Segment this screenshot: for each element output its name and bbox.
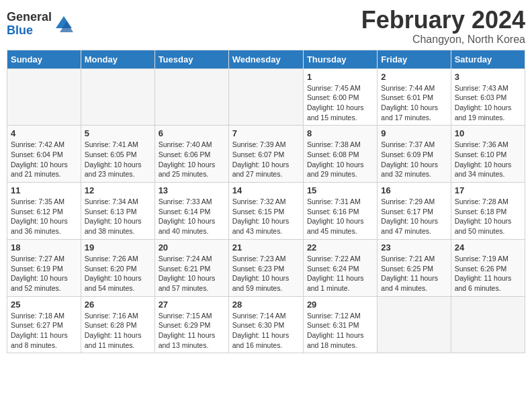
logo-general: General [7, 11, 52, 24]
day-info: Sunrise: 7:15 AM Sunset: 6:29 PM Dayligh… [159, 311, 225, 351]
day-number: 21 [232, 242, 300, 253]
calendar-cell: 29Sunrise: 7:12 AM Sunset: 6:31 PM Dayli… [303, 296, 377, 353]
weekday-header-saturday: Saturday [451, 50, 525, 68]
day-info: Sunrise: 7:29 AM Sunset: 6:17 PM Dayligh… [381, 197, 447, 236]
calendar-cell: 14Sunrise: 7:32 AM Sunset: 6:15 PM Dayli… [228, 183, 303, 240]
day-number: 26 [85, 300, 151, 310]
weekday-header-wednesday: Wednesday [228, 50, 303, 68]
week-row-1: 1Sunrise: 7:45 AM Sunset: 6:00 PM Daylig… [7, 68, 525, 126]
day-info: Sunrise: 7:41 AM Sunset: 6:05 PM Dayligh… [85, 140, 151, 179]
day-info: Sunrise: 7:14 AM Sunset: 6:30 PM Dayligh… [232, 311, 300, 351]
calendar-cell: 5Sunrise: 7:41 AM Sunset: 6:05 PM Daylig… [81, 126, 154, 183]
calendar-cell: 25Sunrise: 7:18 AM Sunset: 6:27 PM Dayli… [7, 296, 81, 353]
day-number: 1 [307, 72, 373, 82]
day-info: Sunrise: 7:36 AM Sunset: 6:10 PM Dayligh… [455, 140, 521, 179]
calendar-cell: 15Sunrise: 7:31 AM Sunset: 6:16 PM Dayli… [303, 183, 377, 240]
day-number: 17 [455, 185, 521, 195]
day-info: Sunrise: 7:22 AM Sunset: 6:24 PM Dayligh… [307, 254, 373, 293]
logo-blue: Blue [7, 24, 52, 38]
weekday-header-tuesday: Tuesday [154, 50, 228, 68]
day-info: Sunrise: 7:23 AM Sunset: 6:23 PM Dayligh… [232, 254, 300, 293]
day-number: 4 [11, 128, 77, 138]
day-number: 20 [159, 242, 225, 253]
calendar-cell: 6Sunrise: 7:40 AM Sunset: 6:06 PM Daylig… [154, 126, 228, 183]
header: General Blue February 2024 Changyon, Nor… [7, 7, 525, 46]
day-number: 8 [307, 128, 373, 138]
calendar-cell: 28Sunrise: 7:14 AM Sunset: 6:30 PM Dayli… [228, 296, 303, 353]
calendar-cell: 8Sunrise: 7:38 AM Sunset: 6:08 PM Daylig… [303, 126, 377, 183]
calendar-cell [451, 296, 525, 353]
day-number: 9 [381, 128, 447, 138]
calendar-cell: 22Sunrise: 7:22 AM Sunset: 6:24 PM Dayli… [303, 239, 377, 296]
weekday-header-friday: Friday [378, 50, 451, 68]
month-title: February 2024 [361, 7, 525, 34]
calendar-cell [154, 68, 228, 126]
calendar-cell: 17Sunrise: 7:28 AM Sunset: 6:18 PM Dayli… [451, 183, 525, 240]
day-number: 25 [11, 300, 77, 310]
weekday-header-thursday: Thursday [303, 50, 377, 68]
day-number: 6 [159, 128, 225, 138]
day-info: Sunrise: 7:43 AM Sunset: 6:03 PM Dayligh… [455, 83, 521, 123]
calendar-cell: 20Sunrise: 7:24 AM Sunset: 6:21 PM Dayli… [154, 239, 228, 296]
day-info: Sunrise: 7:24 AM Sunset: 6:21 PM Dayligh… [159, 254, 225, 293]
day-info: Sunrise: 7:38 AM Sunset: 6:08 PM Dayligh… [307, 140, 373, 179]
day-number: 15 [307, 185, 373, 195]
calendar-cell [7, 68, 81, 126]
day-info: Sunrise: 7:35 AM Sunset: 6:12 PM Dayligh… [11, 197, 77, 236]
day-info: Sunrise: 7:26 AM Sunset: 6:20 PM Dayligh… [85, 254, 151, 293]
day-info: Sunrise: 7:27 AM Sunset: 6:19 PM Dayligh… [11, 254, 77, 293]
calendar-table: SundayMondayTuesdayWednesdayThursdayFrid… [7, 50, 525, 354]
title-area: February 2024 Changyon, North Korea [361, 7, 525, 46]
calendar-cell [81, 68, 154, 126]
calendar-cell: 12Sunrise: 7:34 AM Sunset: 6:13 PM Dayli… [81, 183, 154, 240]
calendar-cell: 11Sunrise: 7:35 AM Sunset: 6:12 PM Dayli… [7, 183, 81, 240]
day-info: Sunrise: 7:12 AM Sunset: 6:31 PM Dayligh… [307, 311, 373, 351]
calendar-cell: 21Sunrise: 7:23 AM Sunset: 6:23 PM Dayli… [228, 239, 303, 296]
day-number: 14 [232, 185, 300, 195]
calendar-cell: 26Sunrise: 7:16 AM Sunset: 6:28 PM Dayli… [81, 296, 154, 353]
week-row-5: 25Sunrise: 7:18 AM Sunset: 6:27 PM Dayli… [7, 296, 525, 353]
calendar-cell: 10Sunrise: 7:36 AM Sunset: 6:10 PM Dayli… [451, 126, 525, 183]
day-number: 3 [455, 72, 521, 82]
day-info: Sunrise: 7:32 AM Sunset: 6:15 PM Dayligh… [232, 197, 300, 236]
day-number: 13 [159, 185, 225, 195]
day-info: Sunrise: 7:45 AM Sunset: 6:00 PM Dayligh… [307, 83, 373, 123]
day-info: Sunrise: 7:40 AM Sunset: 6:06 PM Dayligh… [159, 140, 225, 179]
day-number: 16 [381, 185, 447, 195]
day-number: 12 [85, 185, 151, 195]
day-info: Sunrise: 7:31 AM Sunset: 6:16 PM Dayligh… [307, 197, 373, 236]
weekday-header-row: SundayMondayTuesdayWednesdayThursdayFrid… [7, 50, 525, 68]
day-info: Sunrise: 7:21 AM Sunset: 6:25 PM Dayligh… [381, 254, 447, 293]
day-number: 2 [381, 72, 447, 82]
day-number: 7 [232, 128, 300, 138]
calendar-cell: 24Sunrise: 7:19 AM Sunset: 6:26 PM Dayli… [451, 239, 525, 296]
day-number: 29 [307, 300, 373, 310]
logo: General Blue [7, 7, 73, 42]
calendar-cell: 16Sunrise: 7:29 AM Sunset: 6:17 PM Dayli… [378, 183, 451, 240]
calendar-cell: 23Sunrise: 7:21 AM Sunset: 6:25 PM Dayli… [378, 239, 451, 296]
day-info: Sunrise: 7:18 AM Sunset: 6:27 PM Dayligh… [11, 311, 77, 351]
calendar-cell: 3Sunrise: 7:43 AM Sunset: 6:03 PM Daylig… [451, 68, 525, 126]
day-info: Sunrise: 7:33 AM Sunset: 6:14 PM Dayligh… [159, 197, 225, 236]
calendar-cell [228, 68, 303, 126]
day-number: 27 [159, 300, 225, 310]
calendar-cell: 9Sunrise: 7:37 AM Sunset: 6:09 PM Daylig… [378, 126, 451, 183]
day-info: Sunrise: 7:34 AM Sunset: 6:13 PM Dayligh… [85, 197, 151, 236]
day-number: 23 [381, 242, 447, 253]
day-info: Sunrise: 7:42 AM Sunset: 6:04 PM Dayligh… [11, 140, 77, 179]
calendar-cell [378, 296, 451, 353]
day-info: Sunrise: 7:44 AM Sunset: 6:01 PM Dayligh… [381, 83, 447, 123]
calendar-cell: 13Sunrise: 7:33 AM Sunset: 6:14 PM Dayli… [154, 183, 228, 240]
subtitle: Changyon, North Korea [361, 34, 525, 46]
day-info: Sunrise: 7:19 AM Sunset: 6:26 PM Dayligh… [455, 254, 521, 293]
day-info: Sunrise: 7:28 AM Sunset: 6:18 PM Dayligh… [455, 197, 521, 236]
calendar-cell: 27Sunrise: 7:15 AM Sunset: 6:29 PM Dayli… [154, 296, 228, 353]
day-number: 5 [85, 128, 151, 138]
day-number: 24 [455, 242, 521, 253]
week-row-2: 4Sunrise: 7:42 AM Sunset: 6:04 PM Daylig… [7, 126, 525, 183]
week-row-3: 11Sunrise: 7:35 AM Sunset: 6:12 PM Dayli… [7, 183, 525, 240]
day-info: Sunrise: 7:39 AM Sunset: 6:07 PM Dayligh… [232, 140, 300, 179]
day-info: Sunrise: 7:16 AM Sunset: 6:28 PM Dayligh… [85, 311, 151, 351]
calendar-cell: 1Sunrise: 7:45 AM Sunset: 6:00 PM Daylig… [303, 68, 377, 126]
logo-icon [54, 15, 73, 34]
